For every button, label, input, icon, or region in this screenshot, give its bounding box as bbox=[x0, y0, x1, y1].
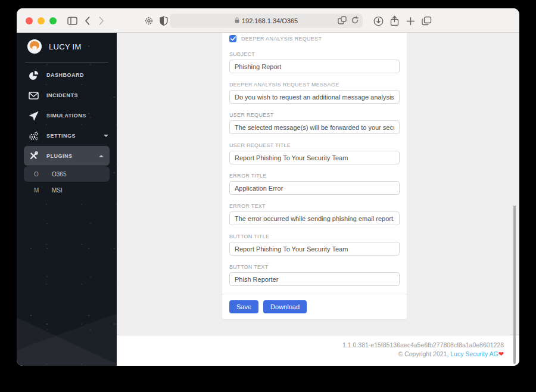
sidebar-item-plugins[interactable]: PLUGINS bbox=[24, 146, 110, 166]
reload-icon[interactable] bbox=[351, 16, 359, 26]
browser-toolbar: 192.168.1.34/O365 bbox=[17, 8, 519, 33]
back-icon[interactable] bbox=[82, 15, 92, 26]
field-label: ERROR TEXT bbox=[229, 203, 400, 209]
copyright-line: © Copyright 2021, Lucy Security AG❤ bbox=[117, 350, 504, 359]
sidebar-item-label: SETTINGS bbox=[46, 133, 76, 139]
main-area: DEEPER ANALYSIS REQUEST SUBJECT DEEPER A… bbox=[117, 33, 519, 366]
page-footer: 1.1.0.381-e15f85136aec4a5e6fb277808cf8a1… bbox=[117, 335, 519, 366]
user-request-input[interactable] bbox=[229, 120, 400, 134]
zoom-window-button[interactable] bbox=[49, 17, 57, 24]
pie-chart-icon bbox=[29, 70, 39, 80]
user-request-title-input[interactable] bbox=[229, 151, 400, 164]
plugin-settings-form: DEEPER ANALYSIS REQUEST SUBJECT DEEPER A… bbox=[222, 33, 407, 319]
envelope-icon bbox=[29, 91, 39, 101]
field-user-request-title: USER REQUEST TITLE bbox=[229, 142, 400, 164]
subitem-label: O365 bbox=[52, 171, 66, 178]
sidebar-item-simulations[interactable]: SIMULATIONS bbox=[17, 105, 117, 126]
field-label: ERROR TITLE bbox=[229, 173, 400, 179]
page-settings-icon[interactable] bbox=[144, 15, 154, 26]
window-controls bbox=[26, 17, 57, 24]
button-text-input[interactable] bbox=[229, 272, 400, 286]
download-button[interactable]: Download bbox=[263, 300, 307, 313]
field-subject: SUBJECT bbox=[229, 51, 400, 73]
subitem-label: MSI bbox=[52, 187, 63, 194]
scrollbar-thumb[interactable] bbox=[513, 206, 516, 364]
deeper-analysis-checkbox-row: DEEPER ANALYSIS REQUEST bbox=[229, 35, 400, 43]
save-button[interactable]: Save bbox=[229, 300, 258, 313]
checkbox-label: DEEPER ANALYSIS REQUEST bbox=[241, 36, 322, 42]
url-bar[interactable]: 192.168.1.34/O365 bbox=[170, 14, 363, 28]
error-title-input[interactable] bbox=[229, 181, 400, 195]
deeper-analysis-checkbox[interactable] bbox=[229, 35, 236, 42]
sidebar-item-label: PLUGINS bbox=[46, 153, 73, 159]
sidebar-item-label: DASHBOARD bbox=[46, 72, 84, 78]
lock-icon bbox=[235, 17, 239, 24]
field-label: BUTTON TITLE bbox=[229, 234, 400, 239]
field-label: USER REQUEST bbox=[229, 112, 400, 118]
close-window-button[interactable] bbox=[26, 17, 33, 24]
translate-icon[interactable] bbox=[338, 16, 347, 26]
share-icon[interactable] bbox=[389, 15, 400, 26]
gears-icon bbox=[29, 131, 39, 141]
sidebar-toggle-icon[interactable] bbox=[67, 15, 77, 26]
privacy-shield-icon[interactable] bbox=[158, 15, 169, 26]
button-title-input[interactable] bbox=[229, 242, 400, 256]
chevron-up-icon bbox=[99, 155, 104, 157]
field-button-title: BUTTON TITLE bbox=[229, 234, 400, 256]
heart-icon: ❤ bbox=[498, 350, 504, 357]
content-area: DEEPER ANALYSIS REQUEST SUBJECT DEEPER A… bbox=[117, 33, 519, 335]
field-label: USER REQUEST TITLE bbox=[229, 142, 400, 148]
field-label: SUBJECT bbox=[229, 51, 400, 57]
browser-window: 192.168.1.34/O365 bbox=[17, 8, 519, 366]
error-text-input[interactable] bbox=[229, 211, 400, 225]
lucy-logo-icon bbox=[27, 39, 42, 54]
field-deeper-analysis-message: DEEPER ANALYSIS REQUEST MESSAGE bbox=[229, 82, 400, 104]
field-error-title: ERROR TITLE bbox=[229, 173, 400, 195]
chevron-down-icon bbox=[104, 135, 108, 137]
form-divider bbox=[222, 294, 407, 294]
url-text: 192.168.1.34/O365 bbox=[242, 17, 298, 24]
sidebar-subitem-msi[interactable]: M MSI bbox=[24, 182, 110, 198]
brand-name: LUCY IM bbox=[49, 42, 82, 51]
field-user-request: USER REQUEST bbox=[229, 112, 400, 134]
sidebar-subitem-o365[interactable]: O O365 bbox=[24, 166, 110, 182]
brand: LUCY IM bbox=[17, 33, 117, 60]
sidebar-item-incidents[interactable]: INCIDENTS bbox=[17, 85, 117, 105]
new-tab-icon[interactable] bbox=[405, 15, 416, 26]
tools-icon bbox=[29, 151, 39, 161]
sidebar-divider bbox=[25, 62, 108, 63]
tab-overview-icon[interactable] bbox=[421, 15, 432, 26]
sidebar-item-label: INCIDENTS bbox=[46, 92, 78, 98]
field-label: BUTTON TEXT bbox=[229, 264, 400, 270]
field-error-text: ERROR TEXT bbox=[229, 203, 400, 225]
sidebar-item-settings[interactable]: SETTINGS bbox=[17, 126, 117, 146]
deeper-analysis-message-input[interactable] bbox=[229, 90, 400, 104]
sidebar-item-label: SIMULATIONS bbox=[46, 113, 86, 119]
forward-icon[interactable] bbox=[96, 15, 107, 26]
version-text: 1.1.0.381-e15f85136aec4a5e6fb277808cf8a1… bbox=[117, 341, 504, 350]
lucy-security-link[interactable]: Lucy Security AG bbox=[450, 350, 498, 357]
subitem-letter-icon: M bbox=[34, 187, 45, 194]
subitem-letter-icon: O bbox=[34, 171, 45, 178]
minimize-window-button[interactable] bbox=[38, 17, 45, 24]
paper-plane-icon bbox=[29, 111, 39, 121]
sidebar: LUCY IM DASHBOARD INCIDENTS bbox=[17, 33, 117, 366]
sidebar-item-dashboard[interactable]: DASHBOARD bbox=[17, 65, 117, 85]
downloads-icon[interactable] bbox=[373, 15, 384, 26]
field-button-text: BUTTON TEXT bbox=[229, 264, 400, 286]
field-label: DEEPER ANALYSIS REQUEST MESSAGE bbox=[229, 82, 400, 88]
subject-input[interactable] bbox=[229, 60, 400, 73]
